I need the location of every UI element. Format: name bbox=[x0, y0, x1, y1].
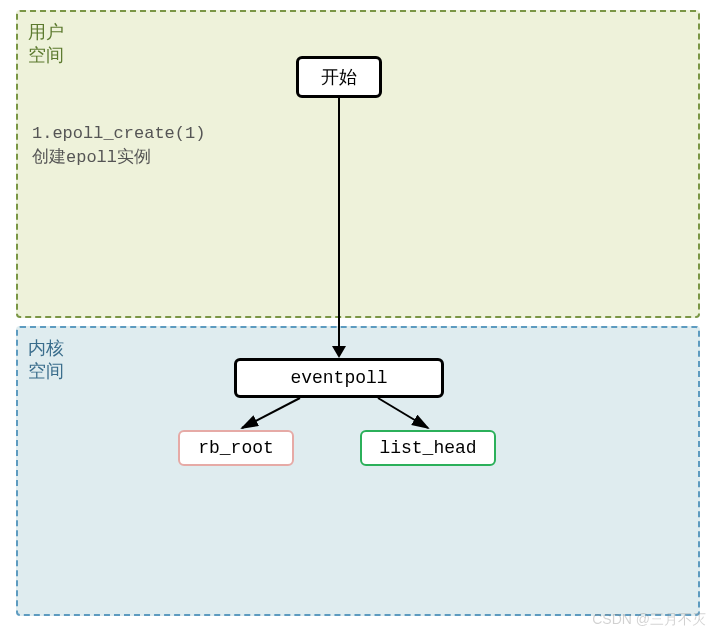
watermark-text: CSDN @三月不灭 bbox=[592, 611, 706, 629]
rb-root-label: rb_root bbox=[198, 438, 274, 458]
list-head-node: list_head bbox=[360, 430, 496, 466]
list-head-label: list_head bbox=[379, 438, 476, 458]
kernel-space-label: 内核 空间 bbox=[28, 336, 64, 383]
arrow-head-down-icon bbox=[332, 346, 346, 358]
step-1-text: 1.epoll_create(1) 创建epoll实例 bbox=[32, 122, 205, 170]
user-space-label: 用户 空间 bbox=[28, 20, 64, 67]
eventpoll-label: eventpoll bbox=[290, 368, 387, 388]
start-node-label: 开始 bbox=[321, 65, 357, 89]
eventpoll-node: eventpoll bbox=[234, 358, 444, 398]
rb-root-node: rb_root bbox=[178, 430, 294, 466]
start-node: 开始 bbox=[296, 56, 382, 98]
arrow-start-to-eventpoll bbox=[338, 98, 340, 348]
